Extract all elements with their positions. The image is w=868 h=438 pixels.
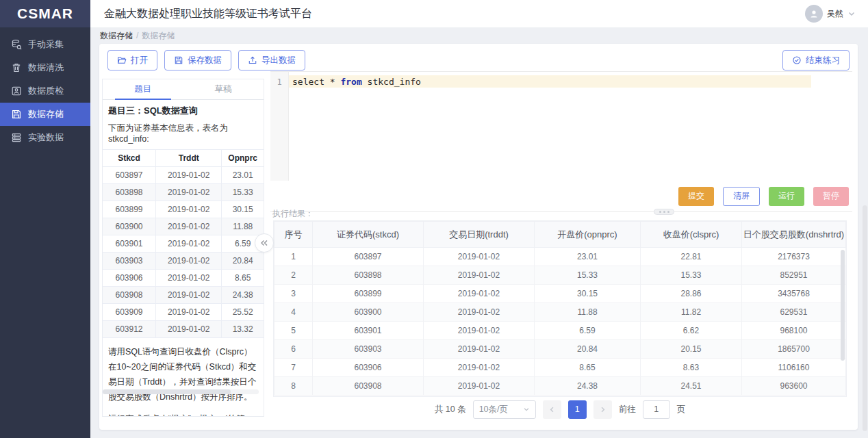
table-cell: 6.59 (535, 322, 641, 340)
question-task: 请用SQL语句查询日收盘价（Clsprc）在10~20之间的证券代码（Stkcd… (103, 338, 264, 405)
table-cell: 603899 (313, 285, 424, 303)
page-size-select[interactable]: 10条/页 (473, 400, 536, 419)
breadcrumb-parent[interactable]: 数据存储 (100, 30, 133, 42)
table-cell: 2019-01-02 (424, 340, 535, 359)
question-note: 运行完成后点击“提交”，提交sql的答案。 (103, 405, 264, 417)
table-cell: 603903 (103, 253, 156, 270)
table-row: 56039012019-01-026.596.62968100 (275, 322, 846, 340)
table-cell: 2019-01-02 (156, 304, 222, 321)
sidebar: CSMAR 手动采集 数据清洗 数据质检 数据存储 (0, 0, 90, 438)
sidebar-item-data-clean[interactable]: 数据清洗 (0, 56, 90, 79)
table-cell: 8.65 (535, 359, 641, 377)
main-card: 打开 保存数据 导出数据 结束练习 题目 草稿 题目三：SQL数据查询 下面为证… (99, 44, 858, 430)
editor-gutter: 1 (270, 72, 289, 181)
column-header: 收盘价(clsprc) (641, 222, 742, 248)
table-cell: 603900 (103, 218, 156, 235)
export-data-button[interactable]: 导出数据 (238, 50, 305, 70)
table-cell: 2019-01-02 (156, 287, 222, 304)
table-cell: 30.15 (222, 201, 264, 218)
active-code-line[interactable]: select * from stkcd_info (289, 75, 811, 88)
table-cell: 2176373 (742, 248, 846, 266)
column-header: 序号 (275, 222, 313, 248)
question-intro: 下面为证券基本信息表，表名为stkcd_info: (103, 118, 264, 149)
sidebar-item-label: 实验数据 (28, 131, 64, 144)
splitter-drag-handle[interactable] (654, 209, 674, 215)
table-cell: 603898 (313, 266, 424, 285)
tab-draft[interactable]: 草稿 (183, 79, 264, 99)
table-row: 6039002019-01-0211.88 (103, 218, 264, 235)
table-cell: 11.88 (222, 218, 264, 235)
table-row: 6038972019-01-0223.01 (103, 167, 264, 184)
table-cell: 3435768 (742, 285, 846, 303)
column-header: 开盘价(opnprc) (535, 222, 641, 248)
table-cell: 603901 (103, 235, 156, 253)
user-menu[interactable]: 吴然 (805, 5, 856, 23)
table-cell: 603903 (313, 340, 424, 359)
panel-collapse-button[interactable] (255, 233, 274, 253)
sidebar-item-data-storage[interactable]: 数据存储 (0, 103, 90, 126)
table-cell: 23.01 (222, 167, 264, 184)
question-title: 题目三：SQL数据查询 (103, 100, 264, 118)
table-row: 6038992019-01-0230.15 (103, 201, 264, 218)
table-cell: 603908 (103, 287, 156, 304)
page-title: 金融大数据处理职业技能等级证书考试平台 (104, 7, 312, 21)
question-panel-hscrollbar[interactable] (103, 389, 259, 394)
next-page-button[interactable] (593, 400, 612, 419)
table-row: 6039122019-01-0213.32 (103, 321, 264, 338)
avatar (805, 5, 823, 23)
table-cell: 2019-01-02 (156, 270, 222, 287)
table-cell: 13.32 (222, 321, 264, 338)
sidebar-item-label: 手动采集 (28, 38, 64, 51)
run-button[interactable]: 运行 (769, 187, 804, 206)
chevron-left-icon (548, 406, 556, 413)
table-cell: 28.86 (641, 285, 742, 303)
table-cell: 1106160 (742, 359, 846, 377)
open-button[interactable]: 打开 (107, 50, 157, 70)
clock-check-icon (792, 55, 802, 65)
question-table: StkcdTrddtOpnprc 6038972019-01-0223.0160… (103, 149, 264, 338)
table-row: 6038982019-01-0215.33 (103, 184, 264, 201)
prev-page-button[interactable] (543, 400, 561, 419)
submit-button[interactable]: 提交 (678, 187, 714, 206)
page-number-button[interactable]: 1 (568, 400, 587, 419)
table-cell: 603906 (313, 359, 424, 377)
end-practice-button[interactable]: 结束练习 (782, 50, 850, 70)
results-vscrollbar[interactable] (841, 250, 845, 361)
sidebar-item-data-qc[interactable]: 数据质检 (0, 79, 90, 103)
table-cell: 2019-01-02 (156, 184, 222, 201)
goto-page-input[interactable] (643, 400, 670, 419)
clear-screen-button[interactable]: 清屏 (723, 187, 760, 206)
table-cell: 6 (275, 340, 313, 359)
table-row: 6039082019-01-0224.38 (103, 287, 264, 304)
tab-question[interactable]: 题目 (103, 79, 183, 99)
pause-button[interactable]: 暂停 (813, 187, 849, 206)
hscrollbar-thumb[interactable] (103, 389, 231, 394)
topbar: 金融大数据处理职业技能等级证书考试平台 吴然 (90, 0, 868, 27)
export-data-button-label: 导出数据 (261, 55, 296, 66)
editor-code-area[interactable]: select * from stkcd_info (289, 72, 852, 181)
sql-editor[interactable]: 1 select * from stkcd_info (270, 71, 852, 181)
page-size-value: 10条/页 (479, 404, 508, 415)
table-cell: 8.65 (222, 270, 264, 287)
sidebar-item-experiment-data[interactable]: 实验数据 (0, 126, 90, 149)
editor-actions: 提交 清屏 运行 暂停 (270, 181, 852, 212)
sidebar-item-label: 数据清洗 (28, 62, 64, 74)
table-cell: 15.33 (535, 266, 641, 285)
table-cell: 2019-01-02 (424, 303, 535, 322)
table-cell: 603900 (313, 303, 424, 322)
pagination: 共 10 条 10条/页 1 前往 页 (273, 400, 847, 419)
table-cell: 6.62 (641, 322, 742, 340)
window-scrollbar[interactable] (863, 205, 867, 431)
sidebar-item-manual-collect[interactable]: 手动采集 (0, 33, 90, 56)
table-cell: 2019-01-02 (424, 266, 535, 285)
table-cell: 2019-01-02 (424, 248, 535, 266)
table-cell: 11.82 (641, 303, 742, 322)
folder-open-icon (117, 55, 127, 65)
table-cell: 852951 (742, 266, 846, 285)
save-data-button[interactable]: 保存数据 (164, 50, 231, 70)
breadcrumb: 数据存储 / 数据存储 (90, 27, 868, 44)
table-row: 66039032019-01-0220.8420.151865700 (275, 340, 846, 359)
table-cell: 5 (275, 322, 313, 340)
csmar-logo: CSMAR (0, 0, 90, 27)
table-cell: 30.15 (535, 285, 641, 303)
